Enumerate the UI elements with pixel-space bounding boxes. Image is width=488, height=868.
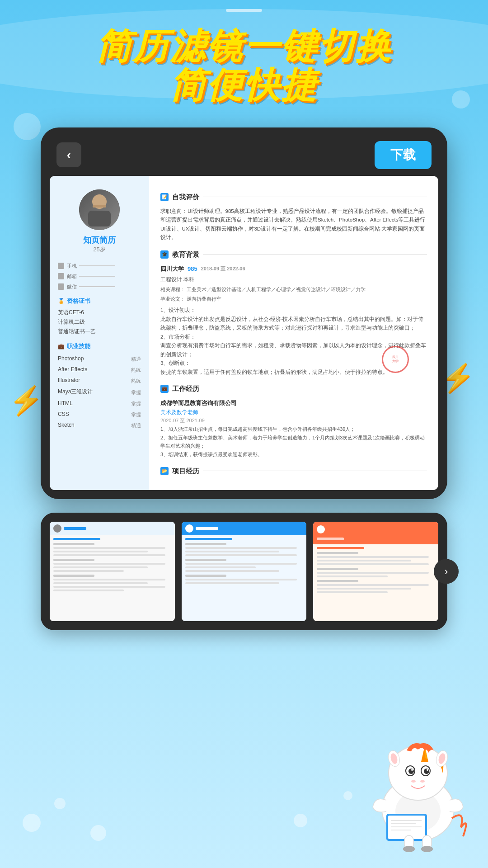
download-button[interactable]: 下载 [375, 141, 432, 169]
svg-rect-1 [88, 211, 111, 226]
contact-email-row: 邮箱 [58, 273, 141, 280]
thumb-name-3 [317, 538, 344, 540]
skill-level-6: 精通 [131, 422, 141, 429]
resume-content: 📝 自我评价 求职意向：UI设计师助理。985高校工程设计专业，熟悉产品设计流程… [149, 176, 438, 490]
svg-point-14 [427, 769, 428, 771]
thumbnail-1[interactable] [50, 522, 175, 621]
skill-row-6: Sketch 精通 [58, 420, 141, 431]
svg-point-12 [424, 769, 429, 774]
brand-name: 知页简历 [83, 235, 116, 245]
edu-thesis: 毕业论文： 逆向折叠自行车 [160, 295, 427, 303]
self-eval-line [203, 197, 427, 197]
resume-container: 知页简历 25岁 手机 邮箱 微信 [50, 176, 438, 490]
skill-level-3: 掌握 [131, 389, 141, 396]
contact-wechat-row: 微信 [58, 283, 141, 290]
thumbnail-2[interactable] [182, 522, 307, 621]
email-value-line [79, 276, 115, 277]
education-header: 🎓 教育背景 [160, 249, 427, 260]
wechat-value-line [79, 286, 115, 287]
edu-courses: 相关课程： 工业美术／造型设计基础／人机工程学／心理学／视觉传达设计／环境设计／… [160, 286, 427, 294]
skill-row-5: CSS 掌握 [58, 410, 141, 420]
svg-point-29 [403, 846, 415, 852]
bubble-3 [90, 825, 106, 841]
thesis-content: 逆向折叠自行车 [187, 296, 221, 302]
thumbnail-3[interactable] [313, 522, 438, 621]
edu-date: 2018-09 至 2022-06 [201, 265, 245, 273]
work-desc1: 1、加入浙江常山招生点，每日完成超高强度线下招生，包含小升初各年级共招生439人… [160, 425, 427, 434]
avatar-svg [84, 192, 115, 228]
skill-level-0: 精通 [131, 356, 141, 363]
next-button[interactable]: › [434, 559, 459, 584]
skill-row-0: Photoshop 精通 [58, 354, 141, 365]
skill-name-2: Illustrator [58, 377, 80, 383]
svg-point-30 [421, 846, 433, 852]
skill-name-1: After Effects [58, 366, 87, 373]
phone-label: 手机 [67, 263, 77, 269]
contact-section: 手机 邮箱 微信 [58, 263, 141, 290]
thumb-avatar-1 [53, 524, 61, 533]
edu-degree: 工程设计 本科 [160, 275, 427, 284]
main-title: 简历滤镜一键切换 简便快捷 [0, 27, 488, 105]
bubble-2 [54, 798, 66, 809]
back-button[interactable]: ‹ [56, 142, 81, 167]
work-company: 成都学而思教育咨询有限公司 [160, 399, 427, 408]
wechat-icon [58, 283, 64, 290]
skill-name-0: Photoshop [58, 355, 84, 362]
title-line2: 简便快捷 [0, 66, 488, 105]
email-icon [58, 273, 64, 279]
edu-score: 985 [188, 264, 197, 274]
resume-sidebar: 知页简历 25岁 手机 邮箱 微信 [50, 176, 149, 490]
skill-level-5: 掌握 [131, 411, 141, 418]
svg-point-15 [411, 780, 416, 783]
thumb-content-1 [50, 522, 175, 621]
email-label: 邮箱 [67, 273, 77, 280]
skill-level-2: 熟练 [131, 377, 141, 384]
thumb-header-2 [182, 522, 307, 535]
skill-level-1: 熟练 [131, 367, 141, 373]
thumb-body-3 [313, 544, 438, 621]
work-desc2: 2、担任五年级班主任兼数学、美术老师，着力于培养学生创造能力，1个月内策划3次艺… [160, 434, 427, 450]
cert-item-2: 普通话证书一乙 [58, 328, 141, 335]
education-line [203, 254, 427, 255]
svg-point-13 [411, 769, 413, 771]
bubble-4 [343, 791, 352, 800]
skill-name-3: Maya三维设计 [58, 388, 93, 396]
project-header: 📂 项目经历 [160, 466, 427, 476]
svg-rect-22 [388, 816, 425, 839]
thumbnails-row [50, 522, 438, 621]
avatar-placeholder [79, 189, 120, 230]
work-icon: 💼 [160, 385, 169, 393]
back-icon: ‹ [67, 148, 71, 162]
skill-name-4: HTML [58, 400, 73, 406]
svg-rect-3 [93, 205, 106, 208]
edu-school-row: 四川大学 985 2018-09 至 2022-06 [160, 264, 427, 274]
skills-title: 职业技能 [58, 342, 141, 350]
desc2-title: 2、市场分析： [160, 333, 427, 342]
mascot-svg [361, 728, 474, 854]
skill-level-4: 掌握 [131, 401, 141, 407]
work-desc: 1、加入浙江常山招生点，每日完成超高强度线下招生，包含小升初各年级共招生439人… [160, 425, 427, 459]
brand-age: 25岁 [93, 245, 105, 254]
skill-row-1: After Effects 熟练 [58, 365, 141, 376]
courses-label: 相关课程： [160, 287, 185, 292]
thumbnails-frame: › [41, 513, 447, 630]
thumb-body-2 [182, 535, 307, 621]
self-eval-icon: 📝 [160, 193, 169, 201]
thumb-avatar-2 [185, 524, 193, 533]
lightning-left: ⚡ [9, 384, 43, 416]
school-stamp: 四川大学 [382, 346, 409, 373]
skill-name-6: Sketch [58, 422, 75, 428]
certificates-title-text: 资格证书 [67, 297, 90, 305]
svg-point-16 [420, 780, 425, 783]
device-topbar: ‹ 下载 [50, 137, 438, 176]
thumb-content-2 [182, 522, 307, 621]
skill-row-2: Illustrator 熟练 [58, 376, 141, 387]
project-line [203, 471, 427, 471]
cert-item-1: 计算机二级 [58, 318, 141, 326]
education-icon: 🎓 [160, 250, 169, 259]
self-eval-title: 自我评价 [172, 192, 199, 203]
thumb-header-3 [313, 522, 438, 544]
self-eval-header: 📝 自我评价 [160, 192, 427, 203]
svg-point-11 [408, 769, 414, 774]
thesis-label: 毕业论文： [160, 296, 185, 302]
